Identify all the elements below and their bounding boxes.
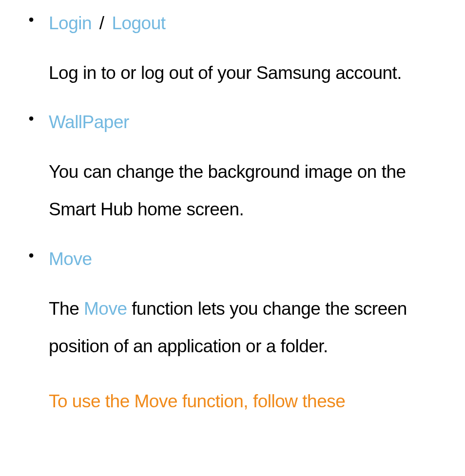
move-label: Move: [49, 249, 92, 269]
list-item-move: Move The Move function lets you change t…: [19, 246, 446, 420]
list-item-wallpaper: WallPaper You can change the background …: [19, 109, 446, 228]
separator: /: [99, 13, 104, 33]
move-description: The Move function lets you change the sc…: [49, 290, 446, 365]
move-desc-prefix: The: [49, 299, 84, 319]
wallpaper-description: You can change the background image on t…: [49, 153, 446, 228]
wallpaper-label: WallPaper: [49, 112, 129, 132]
heading-move: Move: [49, 246, 446, 273]
list-item-login: Login / Logout Log in to or log out of y…: [19, 10, 446, 92]
login-label: Login: [49, 13, 92, 33]
heading-login-logout: Login / Logout: [49, 10, 446, 37]
login-description: Log in to or log out of your Samsung acc…: [49, 54, 446, 92]
feature-list: Login / Logout Log in to or log out of y…: [19, 10, 446, 420]
heading-wallpaper: WallPaper: [49, 109, 446, 136]
move-inline-label: Move: [84, 299, 127, 319]
logout-label: Logout: [112, 13, 165, 33]
move-note: To use the Move function, follow these: [49, 382, 446, 420]
